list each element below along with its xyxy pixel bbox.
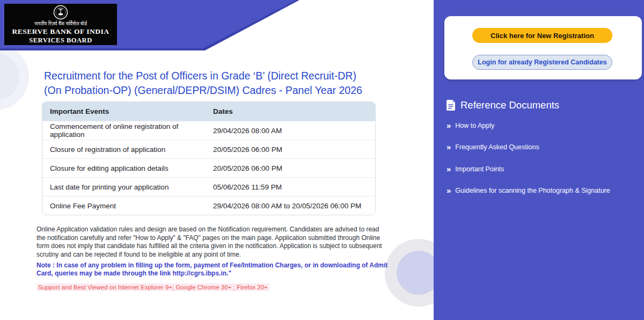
event-name: Commencement of online registration of a… bbox=[42, 122, 213, 139]
event-name: Online Fee Payment bbox=[42, 202, 213, 210]
reference-documents-heading: Reference Documents bbox=[447, 99, 559, 111]
event-name: Closure of registration of application bbox=[42, 146, 213, 154]
table-row: Online Fee Payment 29/04/2026 08:00 AM t… bbox=[42, 196, 375, 215]
rbi-seal-icon bbox=[53, 5, 68, 20]
main-content-area: भारतीय रिज़र्व बैंक सर्विसेज़ बोर्ड RESERV… bbox=[0, 0, 434, 320]
rbi-name-line1: RESERVE BANK OF INDIA bbox=[12, 27, 109, 36]
login-button[interactable]: Login for already Registered Candidates bbox=[472, 55, 612, 70]
event-name: Last date for printing your application bbox=[42, 183, 213, 191]
double-chevron-icon: » bbox=[447, 122, 450, 129]
rbi-name-line2: SERVICES BOARD bbox=[29, 37, 92, 45]
double-chevron-icon: » bbox=[447, 144, 450, 150]
link-label: Guidelines for scanning the Photograph &… bbox=[455, 187, 610, 194]
event-date: 29/04/2026 08:00 AM bbox=[213, 127, 375, 135]
event-date: 05/06/2026 11:59 PM bbox=[213, 183, 375, 191]
link-how-to-apply[interactable]: » How to Apply bbox=[447, 122, 494, 129]
event-date: 29/04/2026 08:00 AM to 20/05/2026 06:00 … bbox=[213, 202, 375, 210]
document-icon bbox=[447, 100, 455, 111]
link-faq[interactable]: » Frequently Asked Questions bbox=[447, 143, 539, 151]
page-title: Recruitment for the Post of Officers in … bbox=[44, 69, 375, 98]
table-row: Commencement of online registration of a… bbox=[42, 121, 375, 140]
column-header-events: Important Events bbox=[42, 107, 213, 115]
table-row: Last date for printing your application … bbox=[42, 177, 375, 196]
table-row: Closure of registration of application 2… bbox=[42, 140, 375, 158]
link-label: How to Apply bbox=[455, 122, 494, 129]
sidebar-panel: Click here for New Registration Login fo… bbox=[434, 0, 644, 320]
rbi-logo: भारतीय रिज़र्व बैंक सर्विसेज़ बोर्ड RESERV… bbox=[4, 4, 117, 45]
column-header-dates: Dates bbox=[213, 107, 375, 115]
important-events-table: Important Events Dates Commencement of o… bbox=[42, 101, 376, 215]
disclaimer-text: Online Application validation rules and … bbox=[36, 226, 386, 259]
event-date: 20/05/2026 06:00 PM bbox=[213, 146, 375, 154]
double-chevron-icon: » bbox=[447, 166, 450, 172]
browser-support-text: Support and Best Viewed on Internet Expl… bbox=[36, 283, 269, 291]
reference-documents-label: Reference Documents bbox=[460, 99, 559, 111]
new-registration-button[interactable]: Click here for New Registration bbox=[472, 28, 612, 43]
link-label: Frequently Asked Questions bbox=[455, 143, 539, 151]
note-text: Note : In case of any problem in filling… bbox=[36, 261, 391, 278]
link-important-points[interactable]: » Important Points bbox=[447, 165, 504, 173]
double-chevron-icon: » bbox=[447, 187, 450, 194]
event-name: Closure for editing application details bbox=[42, 164, 213, 172]
table-header-row: Important Events Dates bbox=[42, 102, 375, 121]
link-label: Important Points bbox=[455, 165, 504, 173]
link-scanning-guidelines[interactable]: » Guidelines for scanning the Photograph… bbox=[447, 187, 610, 194]
rbi-name-hindi: भारतीय रिज़र्व बैंक सर्विसेज़ बोर्ड bbox=[34, 21, 87, 26]
registration-card: Click here for New Registration Login fo… bbox=[444, 16, 642, 79]
table-row: Closure for editing application details … bbox=[42, 158, 375, 177]
event-date: 20/05/2026 06:00 PM bbox=[213, 164, 375, 172]
